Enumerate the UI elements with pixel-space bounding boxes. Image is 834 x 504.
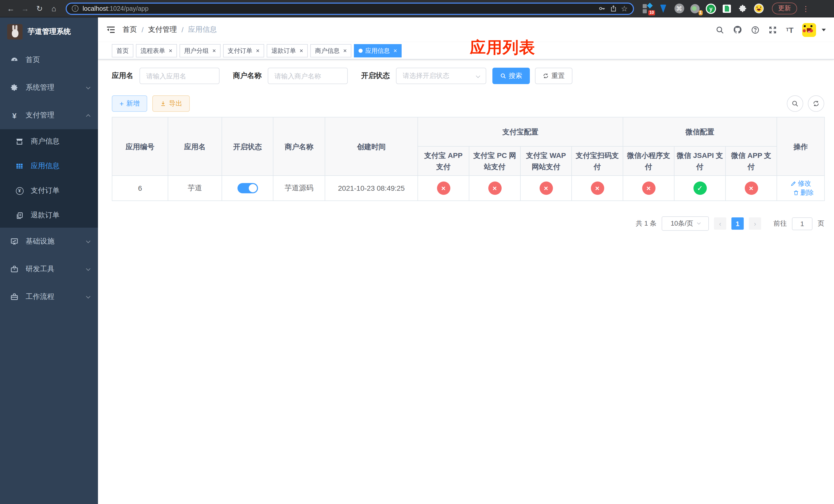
sidebar-item-refund-orders[interactable]: 退款订单 [0, 203, 98, 228]
merchant-name-input[interactable] [268, 68, 348, 84]
sidebar-item-infrastructure[interactable]: 基础设施 [0, 228, 98, 255]
avatar[interactable] [802, 23, 816, 37]
browser-reload-button[interactable]: ↻ [34, 3, 45, 14]
page-annotation: 应用列表 [470, 37, 535, 59]
breadcrumb-current: 应用信息 [188, 25, 217, 35]
edit-link[interactable]: 修改 [790, 179, 811, 188]
alipay-wap-status-icon: × [539, 182, 553, 195]
plus-icon: + [119, 100, 124, 107]
total-count: 共 1 条 [636, 219, 657, 228]
open-status-label: 开启状态 [361, 71, 390, 81]
col-alipay-app: 支付宝 APP 支付 [418, 146, 469, 176]
search-icon[interactable] [716, 25, 724, 34]
alipay-app-status-icon: × [437, 182, 450, 195]
sidebar-item-home[interactable]: 首页 [0, 46, 98, 74]
browser-home-button[interactable]: ⌂ [48, 3, 60, 14]
tab-user-group[interactable]: 用户分组× [179, 44, 221, 57]
prev-page-button[interactable]: ‹ [714, 217, 726, 230]
chevron-up-icon [86, 114, 90, 118]
extension-ring-icon[interactable]: 1 [690, 3, 700, 14]
dashboard-icon [10, 56, 19, 64]
password-key-icon[interactable] [598, 5, 606, 12]
extension-emoji-icon[interactable] [753, 3, 764, 14]
address-bar[interactable]: i localhost:1024/pay/app ☆ [66, 2, 634, 15]
share-icon[interactable] [610, 5, 617, 12]
close-icon[interactable]: × [343, 44, 347, 56]
avatar-caret-icon[interactable] [822, 28, 826, 31]
browser-forward-button[interactable]: → [20, 3, 31, 14]
row-status-toggle[interactable] [237, 183, 258, 193]
goto-label: 前往 [773, 219, 787, 228]
tab-merchant-info[interactable]: 商户信息× [310, 44, 351, 57]
sidebar-item-merchant-info[interactable]: 商户信息 [0, 129, 98, 154]
table-row: 6 芋道 芋道源码 2021-10-23 08:49:25 × × × × × … [112, 176, 825, 201]
extension-puzzle-icon[interactable] [738, 3, 748, 14]
breadcrumb-payment[interactable]: 支付管理 [148, 25, 177, 35]
col-alipay-wap: 支付宝 WAP 网站支付 [520, 146, 572, 176]
sidebar-item-dev-tools[interactable]: 研发工具 [0, 255, 98, 283]
browser-menu-icon[interactable]: ⋮ [802, 4, 809, 13]
extension-y-icon[interactable]: y [706, 3, 716, 14]
browser-back-button[interactable]: ← [5, 3, 16, 14]
browser-update-button[interactable]: 更新 [772, 3, 797, 14]
shop-icon [15, 137, 24, 145]
site-info-icon[interactable]: i [72, 5, 79, 12]
add-button[interactable]: + 新增 [112, 95, 147, 112]
tab-refund-orders[interactable]: 退款订单× [267, 44, 308, 57]
url-text[interactable]: localhost:1024/pay/app [83, 5, 594, 12]
close-icon[interactable]: × [169, 44, 172, 56]
next-page-button[interactable]: › [749, 217, 761, 230]
sidebar-logo[interactable]: 芋道管理系统 [0, 18, 98, 46]
breadcrumb-home[interactable]: 首页 [123, 25, 137, 35]
open-status-select[interactable]: 请选择开启状态 [396, 68, 486, 84]
app-name-input[interactable] [139, 68, 220, 84]
chevron-down-icon [86, 294, 90, 298]
help-icon[interactable] [751, 25, 760, 34]
chevron-down-icon [697, 221, 700, 225]
group-alipay-config: 支付宝配置 [418, 117, 623, 146]
close-icon[interactable]: × [300, 44, 303, 56]
col-wechat-app: 微信 APP 支付 [725, 146, 777, 176]
page-size-select[interactable]: 10条/页 [662, 216, 709, 231]
delete-link[interactable]: 删除 [793, 188, 814, 198]
font-size-icon[interactable]: TT [786, 25, 793, 34]
extension-doc-icon[interactable] [722, 3, 732, 14]
fullscreen-icon[interactable] [769, 25, 777, 34]
goto-page-input[interactable] [792, 217, 812, 230]
export-button[interactable]: 导出 [152, 95, 190, 112]
close-icon[interactable]: × [256, 44, 260, 56]
chevron-down-icon [476, 74, 480, 78]
sidebar-item-payment[interactable]: ¥ 支付管理 [0, 101, 98, 129]
sidebar-item-app-info[interactable]: 应用信息 [0, 154, 98, 178]
bookmark-star-icon[interactable]: ☆ [621, 4, 628, 13]
extension-command-icon[interactable]: ⌘ [674, 3, 684, 14]
close-icon[interactable]: × [212, 44, 216, 56]
github-icon[interactable] [733, 25, 743, 35]
current-page[interactable]: 1 [731, 217, 744, 230]
cell-created-at: 2021-10-23 08:49:25 [325, 176, 418, 201]
navbar: 首页 / 支付管理 / 应用信息 [98, 18, 834, 42]
coin-icon: ¥ [15, 187, 24, 194]
extension-kite-icon[interactable] [658, 3, 668, 14]
col-app-id: 应用编号 [112, 117, 168, 176]
tab-app-info[interactable]: 应用信息× [354, 44, 402, 57]
pagination: 共 1 条 10条/页 ‹ 1 › 前往 页 [112, 216, 824, 231]
sidebar-collapse-icon[interactable] [106, 26, 115, 34]
reset-button[interactable]: 重置 [535, 68, 572, 84]
tab-process-form[interactable]: 流程表单× [136, 44, 177, 57]
col-wechat-mini: 微信小程序支付 [623, 146, 674, 176]
close-icon[interactable]: × [393, 44, 397, 56]
refresh-button[interactable] [808, 95, 824, 112]
tab-home[interactable]: 首页 [112, 44, 133, 57]
tab-pay-orders[interactable]: 支付订单× [223, 44, 264, 57]
cell-merchant: 芋道源码 [273, 176, 325, 201]
monitor-icon [10, 237, 19, 246]
sidebar: 芋道管理系统 首页 系统管理 ¥ 支付管理 [0, 18, 98, 504]
search-button[interactable]: 搜索 [492, 68, 530, 84]
sidebar-item-pay-orders[interactable]: ¥ 支付订单 [0, 178, 98, 203]
sidebar-item-system[interactable]: 系统管理 [0, 74, 98, 101]
toggle-search-button[interactable] [787, 95, 803, 112]
wechat-jsapi-status-icon: ✓ [693, 182, 706, 195]
extension-blocks-icon[interactable]: 10 [642, 3, 653, 14]
sidebar-item-workflow[interactable]: 工作流程 [0, 283, 98, 311]
